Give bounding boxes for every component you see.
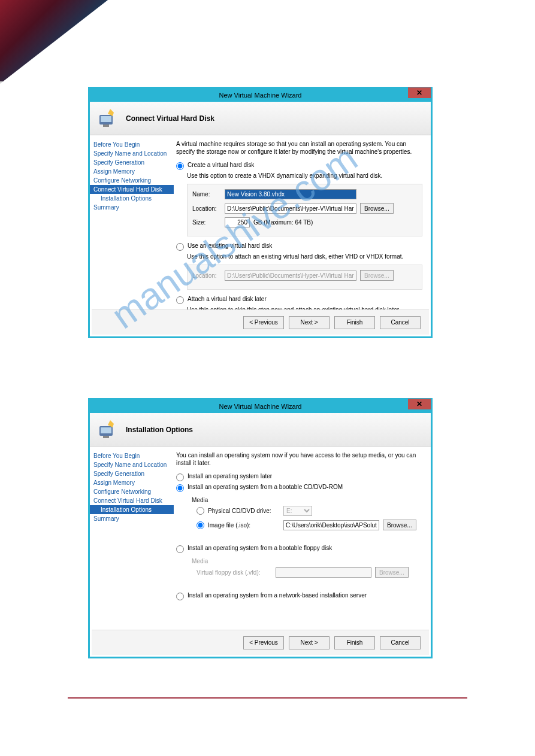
window-title: New Virtual Machine Wizard (219, 92, 302, 99)
option-desc: Use this option to create a VHDX dynamic… (187, 172, 422, 179)
titlebar: New Virtual Machine Wizard ✕ (90, 89, 431, 102)
sidebar-item-generation[interactable]: Specify Generation (90, 158, 174, 167)
radio-physical-drive[interactable] (197, 507, 204, 515)
sidebar-item-generation[interactable]: Specify Generation (90, 469, 174, 478)
wizard-dialog-install: New Virtual Machine Wizard ✕ Installatio… (88, 398, 433, 658)
close-icon: ✕ (416, 89, 422, 97)
content-description: You can install an operating system now … (176, 451, 422, 467)
physical-drive-label: Physical CD/DVD drive: (208, 508, 280, 514)
wizard-footer: < Previous Next > Finish Cancel (92, 309, 429, 335)
next-button[interactable]: Next > (289, 316, 330, 329)
image-file-label: Image file (.iso): (208, 522, 280, 529)
previous-button[interactable]: < Previous (243, 316, 284, 329)
size-label: Size: (192, 219, 221, 226)
radio-install-floppy[interactable] (176, 545, 184, 553)
page-footer-rule (68, 697, 467, 699)
wizard-content: You can install an operating system now … (174, 447, 431, 631)
wizard-dialog-vhd: New Virtual Machine Wizard ✕ Connect Vir… (88, 87, 433, 338)
media-label: Media (192, 497, 418, 503)
browse-button-disabled: Browse... (375, 567, 409, 578)
sidebar-item-name-loc[interactable]: Specify Name and Location (90, 460, 174, 469)
wizard-footer: < Previous Next > Finish Cancel (92, 630, 429, 655)
name-label: Name: (192, 191, 221, 198)
option-label: Install an operating system from a boota… (188, 484, 343, 490)
option-install-cd[interactable]: Install an operating system from a boota… (176, 484, 422, 492)
image-file-input[interactable] (283, 520, 379, 530)
window-title: New Virtual Machine Wizard (219, 403, 302, 410)
option-desc: Use this option to attach an existing vi… (187, 253, 422, 260)
option-install-floppy[interactable]: Install an operating system from a boota… (176, 545, 422, 553)
sidebar-item-vhd[interactable]: Connect Virtual Hard Disk (90, 185, 174, 194)
titlebar: New Virtual Machine Wizard ✕ (90, 400, 431, 413)
option-label: Install an operating system later (188, 473, 272, 479)
wizard-header: Connect Virtual Hard Disk (90, 102, 431, 135)
option-create-vhd[interactable]: Create a virtual hard disk (176, 162, 422, 170)
option-existing-vhd[interactable]: Use an existing virtual hard disk (176, 242, 422, 251)
sidebar-item-vhd[interactable]: Connect Virtual Hard Disk (90, 496, 174, 505)
sidebar-item-memory[interactable]: Assign Memory (90, 167, 174, 176)
browse-button[interactable]: Browse... (383, 520, 416, 530)
radio-install-later[interactable] (176, 473, 184, 481)
location-label: Location: (192, 205, 221, 212)
wizard-icon (96, 418, 120, 442)
option-install-network[interactable]: Install an operating system from a netwo… (176, 592, 422, 600)
page-title: Installation Options (126, 426, 193, 434)
content-description: A virtual machine requires storage so th… (176, 140, 422, 156)
previous-button[interactable]: < Previous (243, 636, 284, 649)
sidebar-item-before[interactable]: Before You Begin (90, 451, 174, 460)
close-icon: ✕ (416, 400, 422, 408)
option-install-later[interactable]: Install an operating system later (176, 473, 422, 481)
finish-button[interactable]: Finish (334, 316, 375, 329)
close-button[interactable]: ✕ (408, 87, 431, 98)
wizard-header: Installation Options (90, 413, 431, 447)
wizard-sidebar: Before You Begin Specify Name and Locati… (90, 447, 174, 631)
sidebar-item-summary[interactable]: Summary (90, 514, 174, 523)
wizard-icon (96, 107, 120, 130)
option-label: Install an operating system from a netwo… (188, 592, 367, 599)
radio-existing-vhd[interactable] (176, 243, 184, 251)
radio-install-network[interactable] (176, 593, 184, 600)
sidebar-item-memory[interactable]: Assign Memory (90, 478, 174, 487)
sidebar-item-install-opts[interactable]: Installation Options (90, 505, 174, 514)
vfd-input (276, 567, 371, 578)
size-suffix: GB (Maximum: 64 TB) (253, 219, 313, 226)
cancel-button[interactable]: Cancel (380, 636, 421, 649)
cd-media-group: Media Physical CD/DVD drive: E: Image fi… (187, 494, 422, 539)
vfd-label: Virtual floppy disk (.vfd): (197, 569, 272, 576)
browse-button[interactable]: Browse... (360, 203, 394, 214)
finish-button[interactable]: Finish (334, 636, 375, 649)
page-title: Connect Virtual Hard Disk (126, 114, 214, 123)
radio-image-file[interactable] (197, 521, 204, 529)
sidebar-item-summary[interactable]: Summary (90, 203, 174, 212)
location-label: Location: (192, 272, 221, 279)
existing-location-input (225, 271, 356, 281)
wizard-content: A virtual machine requires storage so th… (174, 135, 431, 311)
radio-install-cd[interactable] (176, 484, 184, 492)
wizard-sidebar: Before You Begin Specify Name and Locati… (90, 135, 174, 311)
sidebar-item-install-opts[interactable]: Installation Options (90, 194, 174, 203)
sidebar-item-networking[interactable]: Configure Networking (90, 176, 174, 185)
next-button[interactable]: Next > (289, 636, 330, 649)
svg-rect-1 (101, 116, 111, 122)
cancel-button[interactable]: Cancel (380, 316, 421, 329)
close-button[interactable]: ✕ (408, 399, 431, 409)
sidebar-item-name-loc[interactable]: Specify Name and Location (90, 149, 174, 158)
radio-attach-later[interactable] (176, 296, 184, 304)
sidebar-item-networking[interactable]: Configure Networking (90, 487, 174, 496)
svg-rect-5 (101, 427, 111, 433)
option-label: Install an operating system from a boota… (188, 545, 332, 551)
radio-create-vhd[interactable] (176, 162, 184, 170)
name-input[interactable] (225, 189, 356, 199)
media-label: Media (192, 558, 418, 564)
option-attach-later[interactable]: Attach a virtual hard disk later (176, 296, 422, 304)
location-input[interactable] (225, 204, 356, 214)
size-input[interactable] (225, 217, 250, 227)
sidebar-item-before[interactable]: Before You Begin (90, 140, 174, 149)
floppy-media-group: Media Virtual floppy disk (.vfd): Browse… (187, 555, 422, 586)
existing-vhd-form: Location: Browse... (187, 265, 422, 290)
svg-rect-2 (103, 125, 109, 127)
option-label: Use an existing virtual hard disk (188, 242, 272, 249)
svg-rect-6 (103, 436, 109, 438)
page-decor (0, 0, 108, 84)
option-label: Create a virtual hard disk (188, 162, 254, 168)
